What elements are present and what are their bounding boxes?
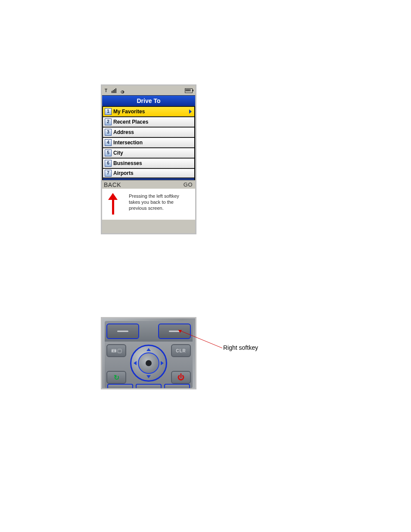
menu-item-label: Airports <box>113 170 192 176</box>
menu-item-number: 6 <box>105 160 112 167</box>
keypad-top-row <box>105 321 193 342</box>
menu-item-intersection[interactable]: 4 Intersection <box>103 137 194 148</box>
dpad-right-icon <box>161 361 164 365</box>
menu-list: 1 My Favorites 2 Recent Places 3 Address… <box>102 106 195 180</box>
dpad-down-icon <box>146 375 151 378</box>
status-bar: T <box>102 86 195 95</box>
camera-key[interactable]: 📷︎▢ <box>106 344 126 357</box>
menu-item-recent-places[interactable]: 2 Recent Places <box>103 117 194 127</box>
callout-label: Right softkey <box>223 344 258 351</box>
menu-item-businesses[interactable]: 6 Businesses <box>103 158 194 168</box>
end-key[interactable]: ⏻ <box>171 371 191 384</box>
menu-item-label: Intersection <box>113 140 192 146</box>
battery-icon <box>185 88 193 93</box>
dpad-left-icon <box>134 361 137 365</box>
tip-text: Pressing the left softkey takes you back… <box>120 192 191 218</box>
dpad-up-icon <box>146 348 151 351</box>
menu-item-label: Address <box>113 129 192 135</box>
menu-item-label: My Favorites <box>113 109 189 115</box>
menu-item-label: City <box>113 150 192 156</box>
left-softkey-button[interactable] <box>106 324 139 339</box>
menu-item-number: 1 <box>105 108 112 115</box>
softkey-go[interactable]: GO <box>184 181 193 188</box>
clr-key[interactable]: CLR <box>171 344 191 357</box>
softkey-bar: BACK GO <box>102 180 195 189</box>
phone-screen-frame: T Drive To 1 My Favorites 2 Recent Place… <box>101 84 196 234</box>
number-key[interactable] <box>136 384 162 388</box>
call-send-icon: ↻ <box>114 373 119 382</box>
number-key[interactable] <box>164 384 190 388</box>
menu-item-airports[interactable]: 7 Airports <box>103 168 194 178</box>
menu-item-label: Businesses <box>113 160 192 166</box>
menu-item-number: 5 <box>105 149 112 156</box>
chevron-right-icon <box>189 109 192 114</box>
menu-item-label: Recent Places <box>113 119 192 125</box>
dpad-ok-button[interactable] <box>138 352 159 374</box>
menu-item-number: 4 <box>105 139 112 146</box>
right-softkey-button[interactable] <box>158 324 191 339</box>
menu-item-number: 7 <box>105 170 112 177</box>
menu-item-number: 2 <box>105 118 112 125</box>
softkey-back[interactable]: BACK <box>104 181 121 188</box>
menu-item-my-favorites[interactable]: 1 My Favorites <box>103 106 194 117</box>
call-end-icon: ⏻ <box>177 373 184 381</box>
number-key[interactable] <box>107 384 133 388</box>
number-keys-row <box>107 384 190 388</box>
tip-panel: Pressing the left softkey takes you back… <box>102 189 195 220</box>
keypad-middle-row: 📷︎▢ CLR ↻ ⏻ <box>105 342 193 388</box>
send-key[interactable]: ↻ <box>106 371 126 384</box>
status-left: T <box>105 88 125 93</box>
signal-bars-icon <box>112 88 116 93</box>
menu-item-city[interactable]: 5 City <box>103 148 194 158</box>
up-arrow-icon <box>106 192 120 218</box>
gear-icon <box>120 88 125 93</box>
camera-icon: 📷︎▢ <box>111 348 122 354</box>
navigation-dpad[interactable] <box>130 345 167 382</box>
phone-keypad-photo: 📷︎▢ CLR ↻ ⏻ <box>101 317 196 389</box>
menu-item-address[interactable]: 3 Address <box>103 127 194 137</box>
dpad-center-dot <box>146 360 152 366</box>
menu-item-number: 3 <box>105 129 112 136</box>
screen-title: Drive To <box>102 95 195 106</box>
signal-icon: T <box>105 88 107 93</box>
